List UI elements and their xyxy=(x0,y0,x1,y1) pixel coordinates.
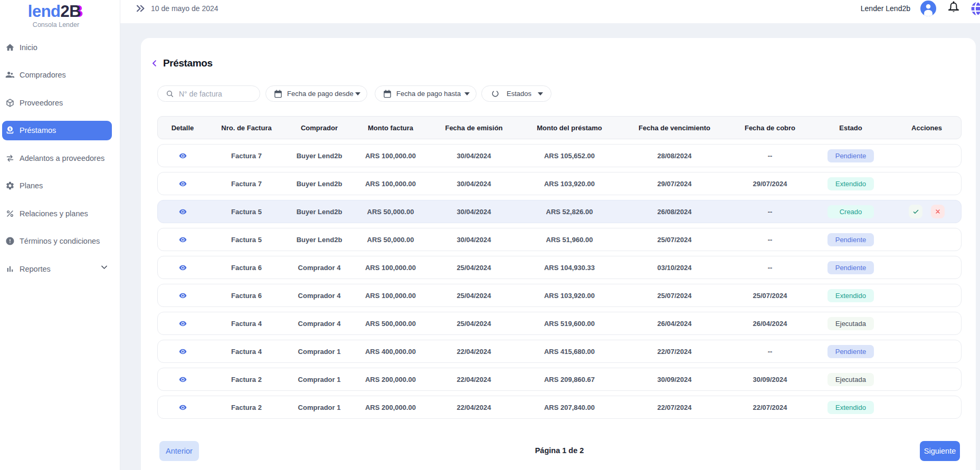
svg-text:$: $ xyxy=(9,127,11,131)
